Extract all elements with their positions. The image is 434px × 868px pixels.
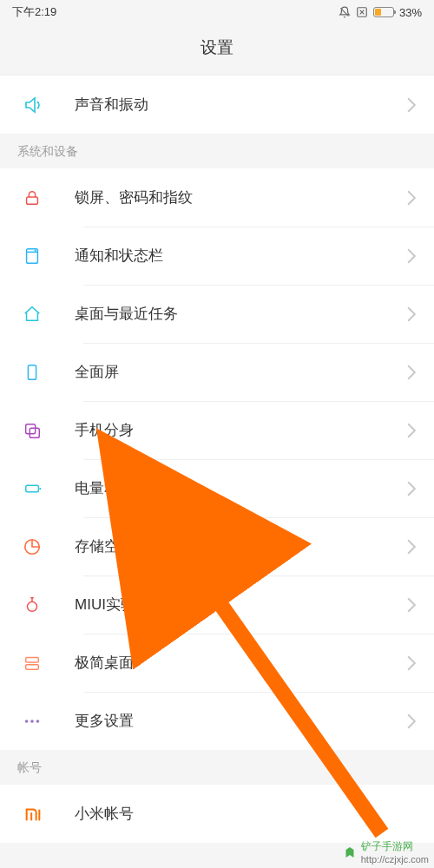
- chevron-right-icon: [406, 597, 417, 613]
- svg-point-20: [30, 720, 34, 723]
- item-label: 小米帐号: [75, 804, 417, 824]
- mi-logo-icon: [23, 805, 43, 824]
- svg-point-19: [25, 720, 29, 723]
- chevron-right-icon: [406, 539, 417, 555]
- svg-rect-8: [28, 365, 36, 379]
- settings-item-storage[interactable]: 存储空间: [0, 517, 434, 575]
- chevron-right-icon: [406, 713, 417, 729]
- battery-icon: [373, 7, 394, 17]
- settings-item-more[interactable]: 更多设置: [0, 692, 434, 750]
- svg-rect-4: [27, 197, 38, 204]
- fullscreen-phone-icon: [23, 363, 42, 382]
- lab-icon: [23, 595, 42, 615]
- chevron-right-icon: [406, 306, 417, 322]
- settings-item-home[interactable]: 桌面与最近任务: [0, 285, 434, 343]
- dual-apps-icon: [23, 421, 42, 440]
- section-system: 锁屏、密码和指纹 通知和状态栏 桌面与最近任务 全面屏 手机分身 电量和性能 存…: [0, 168, 434, 750]
- section-header-account: 帐号: [0, 750, 434, 785]
- more-icon: [23, 712, 42, 731]
- settings-item-secondspace[interactable]: 手机分身: [0, 401, 434, 459]
- settings-item-fullscreen[interactable]: 全面屏: [0, 343, 434, 401]
- settings-item-lite-mode[interactable]: 极简桌面: [0, 634, 434, 692]
- watermark-url: http://czjxjc.com: [361, 854, 429, 865]
- home-icon: [23, 305, 42, 324]
- item-label: MIUI实验室: [75, 595, 406, 615]
- svg-point-7: [35, 250, 36, 251]
- item-label: 电量和性能: [75, 478, 406, 498]
- notification-bar-icon: [23, 247, 42, 266]
- settings-item-mi-account[interactable]: 小米帐号: [0, 785, 434, 843]
- item-label: 桌面与最近任务: [75, 304, 406, 324]
- chevron-right-icon: [406, 248, 417, 264]
- close-box-icon: [356, 6, 368, 18]
- page-title: 设置: [0, 24, 434, 75]
- watermark: 铲子手游网 http://czjxjc.com: [342, 839, 429, 865]
- section-account: 小米帐号: [0, 785, 434, 843]
- item-label: 锁屏、密码和指纹: [75, 187, 406, 207]
- settings-item-lockscreen[interactable]: 锁屏、密码和指纹: [0, 168, 434, 227]
- status-time: 下午2:19: [12, 4, 56, 20]
- lock-icon: [23, 188, 42, 207]
- battery-percent: 33%: [399, 6, 422, 19]
- section-header-system: 系统和设备: [0, 134, 434, 168]
- svg-point-21: [36, 720, 40, 723]
- chevron-right-icon: [406, 481, 417, 496]
- item-label: 通知和状态栏: [75, 246, 406, 266]
- chevron-right-icon: [406, 97, 417, 113]
- chevron-right-icon: [406, 365, 417, 380]
- sound-icon: [23, 95, 43, 115]
- chevron-right-icon: [406, 190, 417, 206]
- item-label: 声音和振动: [75, 95, 406, 115]
- battery-perf-icon: [23, 479, 43, 498]
- settings-item-sound[interactable]: 声音和振动: [0, 76, 434, 134]
- chevron-right-icon: [406, 655, 417, 671]
- settings-item-miui-lab[interactable]: MIUI实验室: [0, 575, 434, 634]
- item-label: 存储空间: [75, 536, 406, 556]
- svg-rect-18: [26, 664, 39, 669]
- storage-icon: [23, 537, 42, 556]
- item-label: 全面屏: [75, 362, 406, 382]
- svg-rect-11: [26, 485, 39, 491]
- settings-item-battery[interactable]: 电量和性能: [0, 459, 434, 517]
- status-right: 33%: [339, 6, 422, 19]
- item-label: 手机分身: [75, 420, 406, 440]
- settings-item-notifications[interactable]: 通知和状态栏: [0, 227, 434, 285]
- item-label: 极简桌面: [75, 653, 406, 673]
- svg-point-14: [28, 602, 37, 611]
- dnd-icon: [339, 6, 351, 18]
- chevron-right-icon: [406, 423, 417, 438]
- item-label: 更多设置: [75, 711, 406, 731]
- simple-desktop-icon: [23, 654, 42, 673]
- status-bar: 下午2:19 33%: [0, 0, 434, 24]
- watermark-logo-icon: [342, 845, 358, 860]
- svg-rect-17: [26, 657, 39, 662]
